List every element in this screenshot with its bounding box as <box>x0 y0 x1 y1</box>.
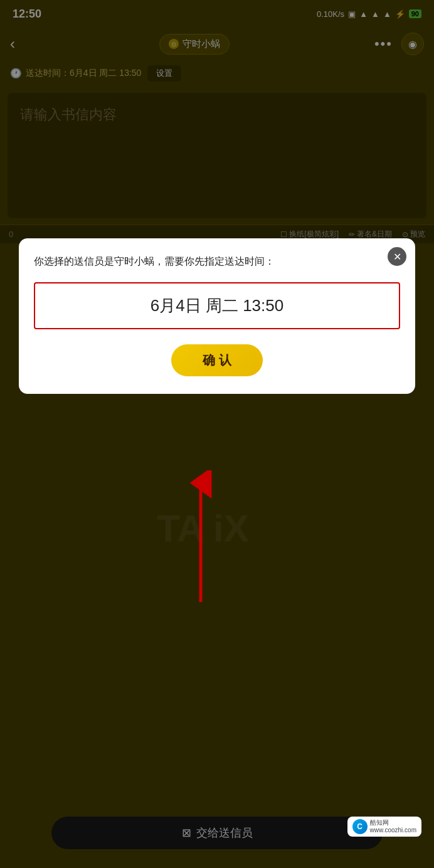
dialog-date-box[interactable]: 6月4日 周二 13:50 <box>34 282 400 329</box>
arrow-annotation <box>182 470 220 611</box>
modal-overlay <box>0 0 434 868</box>
logo-letter: C <box>357 822 363 831</box>
dialog-date-display: 6月4日 周二 13:50 <box>151 296 283 315</box>
dialog: ✕ 你选择的送信员是守时小蜗，需要你先指定送达时间： 6月4日 周二 13:50… <box>19 238 415 394</box>
dialog-message: 你选择的送信员是守时小蜗，需要你先指定送达时间： <box>34 253 388 270</box>
watermark-text: 酷知网 www.coozhi.com <box>370 819 416 834</box>
watermark: C 酷知网 www.coozhi.com <box>347 817 421 837</box>
dialog-close-button[interactable]: ✕ <box>388 247 406 266</box>
dialog-confirm-button[interactable]: 确 认 <box>171 344 263 376</box>
watermark-line1: 酷知网 <box>370 819 416 827</box>
watermark-line2: www.coozhi.com <box>370 827 416 834</box>
watermark-logo: C <box>352 819 368 834</box>
